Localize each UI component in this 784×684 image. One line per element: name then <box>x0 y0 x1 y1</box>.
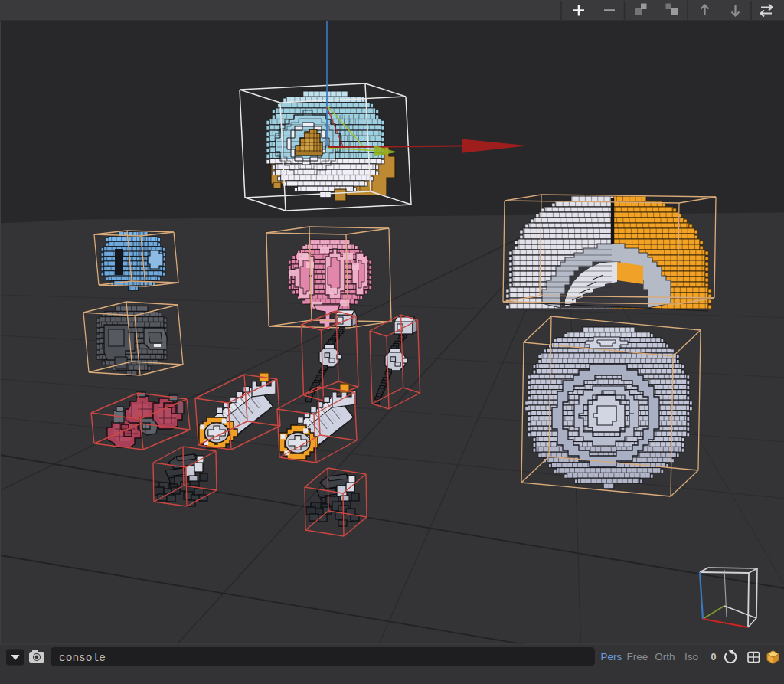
svg-text:console: console <box>59 652 106 664</box>
svg-text:Orth: Orth <box>655 651 675 663</box>
svg-text:Pers: Pers <box>601 651 622 663</box>
svg-text:0: 0 <box>711 652 717 663</box>
svg-text:Iso: Iso <box>684 651 698 663</box>
svg-text:Free: Free <box>627 651 648 663</box>
